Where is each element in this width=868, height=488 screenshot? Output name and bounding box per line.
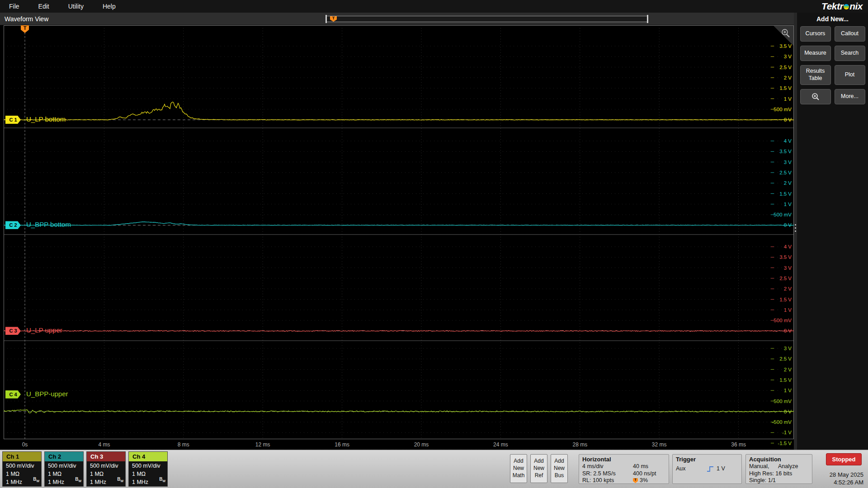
svg-text:3.5 V: 3.5 V <box>779 254 792 260</box>
svg-text:36 ms: 36 ms <box>731 441 746 448</box>
svg-text:1 V: 1 V <box>784 307 792 313</box>
svg-text:2 V: 2 V <box>784 367 792 372</box>
status-bar: Ch 1500 mV/div1 MΩ1 MHzBWCh 2500 mV/div1… <box>0 450 868 488</box>
time-axis: 0s4 ms8 ms12 ms16 ms20 ms24 ms28 ms32 ms… <box>22 441 746 448</box>
channel-tile-settings: 500 mV/div1 MΩ1 MHzBW <box>45 461 83 486</box>
svg-text:500 mV: 500 mV <box>774 212 792 217</box>
channel-tile-settings: 500 mV/div1 MΩ1 MHzBW <box>129 461 167 486</box>
acquisition-mode: Manual, <box>749 463 778 470</box>
time-label: 4:52:26 AM <box>830 479 863 486</box>
svg-text:1.5 V: 1.5 V <box>779 297 792 302</box>
horizontal-panel[interactable]: Horizontal 4 ms/div 40 ms SR: 2.5 MS/s 4… <box>579 454 669 484</box>
trigger-source: Aux <box>676 465 707 473</box>
main-content: Waveform View T 3.5 V3 V2.5 V2 V1.5 V1 V… <box>0 13 868 450</box>
channel-label-c2[interactable]: U_BPP bottom <box>26 221 71 228</box>
record-trigger-marker-icon[interactable]: T <box>330 16 337 22</box>
menu-bar-container: FileEditUtilityHelp Tektrnix <box>0 0 868 13</box>
scale-labels-c1: 3.5 V3 V2.5 V2 V1.5 V1 V500 mV0 V <box>771 43 792 122</box>
svg-text:28 ms: 28 ms <box>572 441 587 448</box>
waveform-view-header: Waveform View T <box>0 13 794 25</box>
svg-text:24 ms: 24 ms <box>493 441 508 448</box>
panel-divider[interactable] <box>794 13 797 450</box>
add-new-math-button[interactable]: AddNewMath <box>510 454 527 483</box>
horizontal-sample-rate: SR: 2.5 MS/s <box>582 470 633 478</box>
add-new-ref-button[interactable]: AddNewRef <box>530 454 547 483</box>
svg-text:1 V: 1 V <box>784 202 792 207</box>
horizontal-scale: 4 ms/div <box>582 463 633 470</box>
svg-text:12 ms: 12 ms <box>255 441 270 448</box>
trigger-panel[interactable]: Trigger Aux 1 V <box>672 454 742 484</box>
svg-text:3 V: 3 V <box>784 54 792 59</box>
horizontal-window: 40 ms <box>633 463 648 470</box>
waveform-view-title: Waveform View <box>5 15 48 23</box>
divider-handle-icon[interactable] <box>795 224 796 232</box>
trigger-title: Trigger <box>676 455 738 463</box>
channel-badge-c3[interactable]: C 3 <box>5 327 21 335</box>
horizontal-resolution: 400 ns/pt <box>633 470 656 478</box>
svg-text:-1 V: -1 V <box>782 430 792 435</box>
svg-text:4 ms: 4 ms <box>98 441 110 448</box>
zoom-corner-icon[interactable] <box>774 26 793 46</box>
zoom-button[interactable] <box>800 89 831 104</box>
acquisition-single: Single: 1/1 <box>749 477 809 484</box>
channel-label-c1[interactable]: U_LP bottom <box>26 115 66 123</box>
svg-text:3.5 V: 3.5 V <box>779 149 792 154</box>
trigger-position-icon: T <box>633 478 638 483</box>
right-panel: Add New... CursorsCalloutMeasureSearchRe… <box>797 13 868 450</box>
cursors-button[interactable]: Cursors <box>800 26 831 42</box>
channel-label-c3[interactable]: U_LP upper <box>26 326 62 334</box>
menu-bar: FileEditUtilityHelp <box>0 0 868 13</box>
svg-text:3 V: 3 V <box>784 346 792 351</box>
more-button[interactable]: More... <box>835 89 865 104</box>
svg-text:1 V: 1 V <box>784 388 792 393</box>
callout-button[interactable]: Callout <box>835 26 865 42</box>
channel-badge-c1[interactable]: C 1 <box>5 116 21 124</box>
channel-tile-ch4[interactable]: Ch 4500 mV/div1 MΩ1 MHzBW <box>128 451 168 487</box>
channel-tile-title: Ch 2 <box>45 452 83 461</box>
svg-text:500 mV: 500 mV <box>774 399 792 404</box>
svg-text:32 ms: 32 ms <box>652 441 667 448</box>
tektronix-o-icon <box>844 4 849 9</box>
plot-button[interactable]: Plot <box>835 65 865 85</box>
waveform-view-region: Waveform View T 3.5 V3 V2.5 V2 V1.5 V1 V… <box>0 13 794 450</box>
acquisition-analyze: Analyze <box>778 463 798 470</box>
record-view-indicator[interactable]: T <box>326 16 647 22</box>
menu-utility[interactable]: Utility <box>68 3 84 10</box>
channel-tile-ch2[interactable]: Ch 2500 mV/div1 MΩ1 MHzBW <box>44 451 84 487</box>
svg-text:2.5 V: 2.5 V <box>779 65 792 70</box>
svg-text:2 V: 2 V <box>784 75 792 80</box>
results-table-button[interactable]: Results Table <box>800 65 831 85</box>
add-new-grid: CursorsCalloutMeasureSearchResults Table… <box>797 26 868 104</box>
rising-edge-icon <box>707 466 714 472</box>
menu-file[interactable]: File <box>9 3 19 10</box>
waveform-trace-c1 <box>4 102 794 120</box>
channel-label-c4[interactable]: U_BPP-upper <box>26 390 68 398</box>
channel-tile-ch1[interactable]: Ch 1500 mV/div1 MΩ1 MHzBW <box>2 451 42 487</box>
menu-help[interactable]: Help <box>103 3 116 10</box>
waveform-plot: 3.5 V3 V2.5 V2 V1.5 V1 V500 mV0 V4 V3.5 … <box>4 25 794 449</box>
measure-button[interactable]: Measure <box>800 46 831 61</box>
channel-badge-c4[interactable]: C 4 <box>5 390 21 399</box>
waveform-trace-c2 <box>4 222 794 225</box>
svg-text:500 mV: 500 mV <box>774 107 792 112</box>
stopped-button[interactable]: Stopped <box>826 453 862 465</box>
svg-text:3 V: 3 V <box>784 160 792 165</box>
channel-badge-c2[interactable]: C 2 <box>5 221 21 229</box>
plot-area[interactable]: 3.5 V3 V2.5 V2 V1.5 V1 V500 mV0 V4 V3.5 … <box>4 25 794 449</box>
add-new-title: Add New... <box>797 13 868 23</box>
svg-text:4 V: 4 V <box>784 244 792 249</box>
add-new-bus-button[interactable]: AddNewBus <box>551 454 568 483</box>
horizontal-title: Horizontal <box>582 455 665 463</box>
bandwidth-icon: BW <box>159 475 165 485</box>
svg-text:2 V: 2 V <box>784 180 792 186</box>
bandwidth-icon: BW <box>117 475 123 485</box>
scale-labels-c4: 3 V2.5 V2 V1.5 V1 V500 mV0 V-500 mV-1 V-… <box>771 346 792 446</box>
menu-edit[interactable]: Edit <box>38 3 49 10</box>
search-button[interactable]: Search <box>835 46 865 61</box>
bandwidth-icon: BW <box>75 475 81 485</box>
channel-tile-ch3[interactable]: Ch 3500 mV/div1 MΩ1 MHzBW <box>86 451 126 487</box>
svg-text:20 ms: 20 ms <box>414 441 429 448</box>
channel-tile-settings: 500 mV/div1 MΩ1 MHzBW <box>87 461 125 486</box>
horizontal-record-length: RL: 100 kpts <box>582 477 633 484</box>
acquisition-panel[interactable]: Acquisition Manual, Analyze High Res: 16… <box>745 454 812 484</box>
